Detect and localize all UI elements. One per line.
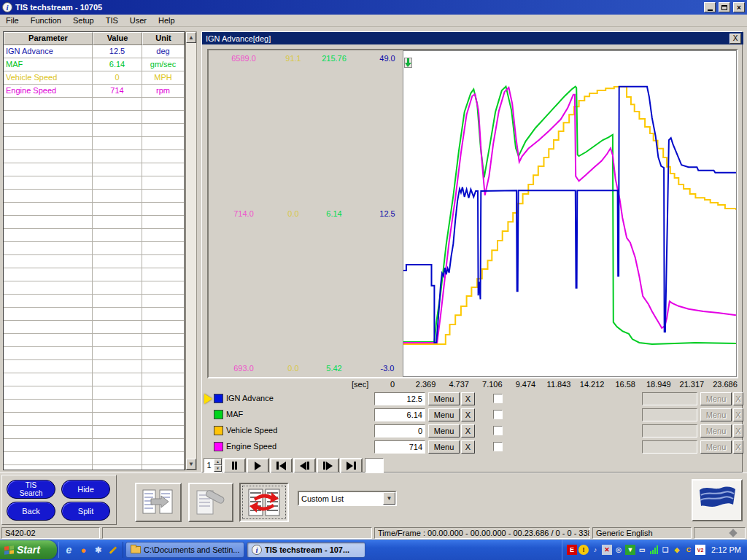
parameter-table-scrollbar[interactable]: ▲ ▼ [185,31,197,470]
table-row-empty[interactable] [4,190,185,203]
legend-value-field[interactable]: 0 [374,424,425,438]
list-transfer-button[interactable] [135,483,182,522]
skip-start-button[interactable] [270,458,293,473]
legend-close-button[interactable]: X [461,408,475,421]
table-row-empty[interactable] [4,452,185,465]
ie-icon[interactable]: e [63,545,74,556]
legend-checkbox[interactable] [493,426,503,435]
chart-plot[interactable] [403,50,737,377]
menu-user[interactable]: User [124,15,152,26]
hide-button[interactable]: Hide [61,480,110,499]
list-swap-button[interactable] [239,483,289,522]
audio-icon[interactable]: ♪ [590,545,600,555]
legend-close-button[interactable]: X [461,392,475,405]
table-row-empty[interactable] [4,439,185,452]
table-row-empty[interactable] [4,150,185,163]
table-row-empty[interactable] [4,386,185,400]
chevron-down-icon[interactable]: ▼ [383,492,395,505]
legend-value-field[interactable]: 6.14 [374,408,425,421]
legend-menu-button[interactable]: Menu [428,392,460,405]
table-row-empty[interactable] [4,163,185,176]
table-row-empty[interactable] [4,308,185,321]
table-row-empty[interactable] [4,295,185,308]
table-row-empty[interactable] [4,229,185,242]
chart-cursor-marker[interactable] [404,58,412,68]
legend-menu-button[interactable]: Menu [428,440,460,454]
table-row-empty[interactable] [4,281,185,295]
table-row-empty[interactable] [4,321,185,334]
table-row-empty[interactable] [4,216,185,229]
table-row-empty[interactable] [4,465,185,470]
table-row-empty[interactable] [4,334,185,347]
legend-menu-button[interactable]: Menu [428,424,460,438]
update-icon[interactable]: ▼ [625,545,635,555]
table-row-empty[interactable] [4,347,185,360]
table-row-empty[interactable] [4,242,185,255]
table-row-empty[interactable] [4,98,185,111]
legend-checkbox[interactable] [493,442,503,451]
pencil-icon[interactable] [107,545,118,556]
table-row-empty[interactable] [4,255,185,268]
table-row-empty[interactable] [4,268,185,281]
table-row-empty[interactable] [4,400,185,413]
flag-button[interactable] [692,479,743,521]
messenger-icon[interactable]: ✱ [93,545,104,556]
chart-close-button[interactable]: X [729,34,741,44]
taskbar-window-tis[interactable]: iTIS techstream - 107... [247,542,365,558]
diamond-icon[interactable]: ◆ [672,545,682,555]
legend-value-field[interactable]: 714 [374,440,425,454]
step-forward-button[interactable] [317,458,339,473]
legend-checkbox[interactable] [493,394,503,403]
table-row[interactable]: IGN Advance12.5deg [4,45,185,58]
split-button[interactable]: Split [61,502,110,521]
tis-search-button[interactable]: TIS Search [7,480,55,499]
menu-file[interactable]: File [0,15,25,26]
cd-icon[interactable]: ◎ [614,545,624,555]
display-icon[interactable]: ❑ [660,545,670,555]
warning-shield-icon[interactable]: ! [578,545,589,555]
legend-checkbox[interactable] [493,410,503,419]
step-back-button[interactable] [293,458,316,473]
table-row-empty[interactable] [4,176,185,190]
scroll-up-icon[interactable]: ▲ [186,32,196,43]
table-row-empty[interactable] [4,137,185,150]
table-row-empty[interactable] [4,413,185,426]
table-row-empty[interactable] [4,426,185,439]
table-row-empty[interactable] [4,373,185,386]
close-button[interactable]: × [733,2,745,12]
legend-secondary-field[interactable] [642,440,697,454]
pause-button[interactable] [223,458,246,473]
menu-function[interactable]: Function [25,15,67,26]
minimize-button[interactable] [704,2,716,12]
menu-help[interactable]: Help [152,15,181,26]
menu-setup[interactable]: Setup [67,15,100,26]
v2-icon[interactable]: V2 [695,545,705,555]
cpu-meter-icon[interactable]: C [684,545,694,555]
restore-button[interactable] [719,2,730,12]
legend-close-button[interactable]: X [461,424,475,438]
frame-spinner[interactable]: 1 ▲ ▼ [204,458,222,472]
table-row[interactable]: Engine Speed714rpm [4,85,185,98]
signal-bars-icon[interactable] [649,545,659,555]
taskbar-window-explorer[interactable]: C:\Documents and Settin... [125,542,244,558]
network-offline-icon[interactable]: ✕ [602,545,612,555]
table-row[interactable]: MAF6.14gm/sec [4,58,185,71]
table-row-empty[interactable] [4,124,185,137]
legend-close-button[interactable]: X [461,440,475,454]
record-stamp-button[interactable] [188,483,233,522]
legend-secondary-field[interactable] [642,408,697,421]
spin-up-icon[interactable]: ▲ [214,459,222,465]
table-row-empty[interactable] [4,203,185,216]
play-button[interactable] [247,458,269,473]
playback-extra-field[interactable] [365,458,384,473]
legend-secondary-field[interactable] [642,392,697,405]
spin-down-icon[interactable]: ▼ [214,465,222,472]
legend-value-field[interactable]: 12.5 [374,392,425,405]
back-button[interactable]: Back [7,502,55,521]
legend-secondary-field[interactable] [642,424,697,438]
red-e-icon[interactable]: E [567,545,577,555]
start-button[interactable]: Start [0,540,57,559]
skip-end-button[interactable] [340,458,363,473]
list-mode-dropdown[interactable]: Custom List ▼ [298,491,397,506]
scroll-down-icon[interactable]: ▼ [186,459,196,470]
